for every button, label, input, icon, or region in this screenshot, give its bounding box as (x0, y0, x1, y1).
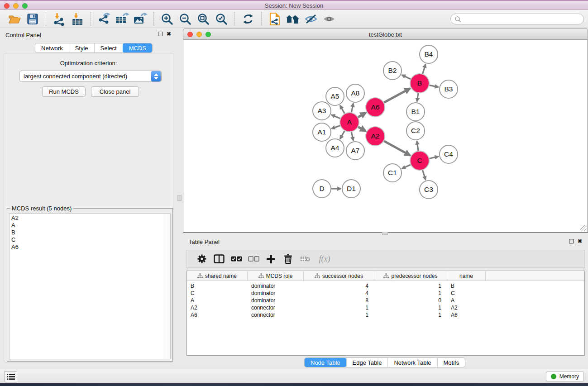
workspace: testGlobe.txt AA1A2A3A4A5A6A7A8BB1B2B3B4… (183, 28, 588, 369)
delete-table-button[interactable] (296, 252, 314, 266)
table-settings-button[interactable] (193, 252, 210, 266)
edge-A-A2[interactable] (358, 127, 366, 131)
column-header-shared-name[interactable]: shared name (187, 271, 248, 281)
optimization-criterion-label: Optimization criterion: (4, 60, 173, 67)
tab-network[interactable]: Network (35, 43, 69, 52)
memory-button[interactable]: Memory (546, 371, 584, 382)
table-cell: dominator (248, 297, 304, 304)
tab-style[interactable]: Style (69, 43, 94, 52)
mcds-result-item[interactable]: A (10, 222, 170, 229)
select-all-columns-button[interactable] (228, 252, 245, 266)
zoom-selected-button[interactable] (212, 11, 230, 27)
save-session-button[interactable] (24, 11, 42, 27)
column-header-name[interactable]: name (447, 271, 486, 281)
edge-C-C3[interactable] (423, 170, 426, 180)
float-panel-icon[interactable] (158, 32, 163, 36)
optimization-criterion-dropdown[interactable]: largest connected component (directed) (19, 71, 162, 82)
tab-mcds[interactable]: MCDS (123, 43, 152, 52)
zoom-fit-button[interactable] (194, 11, 212, 27)
float-table-panel-icon[interactable] (569, 239, 574, 243)
zoom-out-button[interactable] (176, 11, 194, 27)
table-row[interactable]: Adominator80A (187, 297, 584, 304)
tab-motifs[interactable]: Motifs (437, 358, 465, 367)
tab-node-table[interactable]: Node Table (305, 358, 346, 367)
table-row[interactable]: A2connector11A2 (187, 304, 584, 311)
open-folder-icon (8, 14, 21, 24)
edge-A-A6[interactable] (358, 113, 366, 117)
home-neighbors-button[interactable] (284, 11, 302, 27)
tab-network-table[interactable]: Network Table (387, 358, 437, 367)
open-session-button[interactable] (5, 11, 24, 27)
edge-B-B2[interactable] (402, 75, 411, 79)
unselect-all-columns-button[interactable] (245, 252, 262, 266)
mcds-result-list[interactable]: A2ABCA6 (9, 213, 171, 359)
table-row[interactable]: A6connector11A6 (187, 311, 584, 319)
edge-A2-C[interactable] (384, 141, 410, 156)
show-column-panel-button[interactable] (210, 252, 228, 266)
run-mcds-button[interactable]: Run MCDS (42, 86, 86, 97)
close-table-panel-icon[interactable]: ✖ (578, 239, 582, 243)
create-column-button[interactable] (262, 252, 279, 266)
show-all-button[interactable] (320, 11, 338, 27)
trash-icon (284, 254, 292, 264)
edge-B-B1[interactable] (417, 93, 418, 101)
export-image-button[interactable] (131, 11, 149, 27)
export-table-button[interactable] (113, 11, 131, 27)
node-label-A7: A7 (351, 147, 360, 154)
edge-A-A8[interactable] (351, 104, 353, 113)
zoom-fit-icon (197, 13, 210, 25)
delete-column-button[interactable] (279, 252, 296, 266)
table-cell: 1 (304, 312, 374, 318)
node-label-A2: A2 (371, 132, 380, 140)
edge-A6-B[interactable] (384, 88, 410, 102)
edge-A-A5[interactable] (340, 105, 344, 114)
node-label-A5: A5 (331, 92, 339, 100)
mcds-tab-content: Optimization criterion: largest connecte… (4, 53, 173, 362)
mcds-result-item[interactable]: C (10, 236, 170, 243)
column-header-MCDS-role[interactable]: MCDS role (248, 271, 304, 281)
table-cell: 1 (374, 283, 447, 289)
refresh-button[interactable] (239, 11, 257, 27)
network-canvas[interactable]: AA1A2A3A4A5A6A7A8BB1B2B3B4CC1C2C3C4DD1 (183, 40, 588, 233)
close-panel-icon[interactable]: ✖ (167, 32, 171, 36)
mcds-result-item[interactable]: A6 (10, 243, 170, 251)
edge-B-B4[interactable] (423, 64, 426, 74)
vertical-splitter-handle[interactable] (177, 195, 182, 201)
window-resize-grip[interactable] (580, 225, 587, 231)
horizontal-splitter-handle[interactable] (382, 232, 388, 235)
column-header-successor-nodes[interactable]: successor nodes (304, 271, 374, 281)
edge-C-C1[interactable] (402, 165, 411, 169)
table-row[interactable]: Cdominator41C (187, 290, 584, 297)
table-row[interactable]: Bdominator41B (187, 282, 584, 290)
column-header-predecessor-nodes[interactable]: predecessor nodes (374, 271, 447, 281)
edge-C-C2[interactable] (417, 141, 418, 151)
table-header-row: shared nameMCDS rolesuccessor nodesprede… (187, 271, 584, 281)
edge-A-A7[interactable] (351, 132, 353, 141)
node-label-D: D (319, 185, 324, 192)
tab-edge-table[interactable]: Edge Table (346, 358, 388, 367)
task-history-button[interactable] (5, 371, 17, 382)
edge-A-A1[interactable] (332, 126, 340, 129)
edge-A-A3[interactable] (331, 115, 340, 119)
network-window-titlebar[interactable]: testGlobe.txt (183, 28, 588, 40)
export-network-button[interactable] (95, 11, 113, 27)
table-toolbar: f(x) (186, 250, 585, 268)
tab-select[interactable]: Select (94, 43, 123, 52)
edge-A-A4[interactable] (340, 131, 344, 139)
result-scrollbar[interactable] (166, 214, 170, 359)
mcds-result-item[interactable]: A2 (10, 214, 170, 222)
search-input[interactable] (461, 14, 583, 24)
function-builder-button[interactable]: f(x) (314, 252, 335, 266)
table-cell: 8 (304, 297, 374, 304)
hide-selected-button[interactable] (302, 11, 320, 27)
network-from-file-button[interactable] (266, 11, 284, 27)
toolbar-search-field[interactable] (450, 14, 584, 24)
checked-boxes-icon (231, 256, 242, 262)
import-table-button[interactable] (68, 11, 86, 27)
edge-B-B3[interactable] (430, 85, 439, 87)
edge-C-C4[interactable] (430, 157, 439, 158)
import-network-button[interactable] (50, 11, 68, 27)
close-panel-button[interactable]: Close panel (91, 86, 139, 97)
mcds-result-item[interactable]: B (10, 229, 170, 236)
zoom-in-button[interactable] (158, 11, 176, 27)
